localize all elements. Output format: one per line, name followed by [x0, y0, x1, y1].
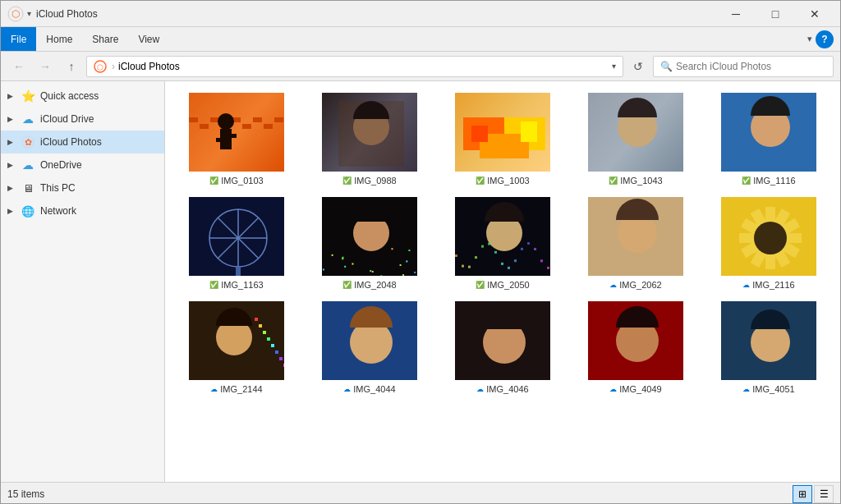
photo-thumbnail: [588, 197, 685, 277]
sidebar-label: Quick access: [40, 90, 99, 102]
path-dropdown[interactable]: ▾: [612, 62, 616, 71]
content-area: ✅IMG_0103✅IMG_0988✅IMG_1003✅IMG_1043✅IMG…: [165, 81, 840, 482]
expand-icon: ▶: [7, 161, 21, 169]
photo-item[interactable]: ☁IMG_4049: [574, 300, 697, 394]
expand-icon: ▶: [7, 207, 21, 215]
photo-grid: ✅IMG_0103✅IMG_0988✅IMG_1003✅IMG_1043✅IMG…: [175, 91, 830, 394]
photo-thumbnail: [189, 197, 286, 277]
photo-name: IMG_2116: [752, 280, 794, 290]
path-separator: ›: [112, 61, 115, 72]
photo-thumbnail: [721, 301, 818, 382]
expand-icon: ▶: [7, 138, 21, 146]
menu-view[interactable]: View: [128, 27, 169, 51]
sidebar-item-this-pc[interactable]: ▶ 🖥 This PC: [1, 176, 164, 199]
sidebar-label: iCloud Drive: [40, 113, 94, 125]
main-layout: ▶ ⭐ Quick access ▶ ☁ iCloud Drive ▶ ✿ iC…: [1, 81, 840, 482]
photo-item[interactable]: ☁IMG_2062: [574, 195, 697, 290]
minimize-button[interactable]: ─: [717, 1, 755, 27]
app-icon: ⬡: [7, 6, 24, 22]
photo-name: IMG_1116: [753, 176, 795, 186]
photo-item[interactable]: ✅IMG_1116: [707, 91, 830, 186]
menu-file[interactable]: File: [1, 27, 36, 51]
photo-thumbnail: [322, 301, 419, 382]
refresh-button[interactable]: ↺: [627, 55, 650, 78]
svg-text:⬡: ⬡: [97, 63, 103, 71]
menu-expand[interactable]: ▾: [807, 34, 812, 44]
item-count: 15 items: [7, 488, 44, 500]
photo-thumbnail: [189, 93, 286, 173]
svg-text:✿: ✿: [25, 137, 32, 147]
onedrive-icon: ☁: [21, 158, 35, 172]
sidebar-item-quick-access[interactable]: ▶ ⭐ Quick access: [1, 85, 164, 108]
address-bar: ← → ↑ ⬡ › iCloud Photos ▾ ↺ 🔍: [1, 52, 840, 81]
photo-item[interactable]: ✅IMG_1043: [574, 91, 697, 186]
sidebar-item-network[interactable]: ▶ 🌐 Network: [1, 199, 164, 222]
list-view-button[interactable]: ☰: [814, 485, 834, 503]
photo-name: IMG_2144: [220, 384, 262, 394]
photo-item[interactable]: ✅IMG_0988: [308, 91, 431, 186]
photo-name: IMG_0988: [354, 176, 396, 186]
sidebar-item-icloud-drive[interactable]: ▶ ☁ iCloud Drive: [1, 108, 164, 131]
photo-name: IMG_4051: [752, 384, 794, 394]
cloud-drive-icon: ☁: [21, 112, 35, 126]
photo-thumbnail: [721, 93, 818, 173]
photo-item[interactable]: ✅IMG_2050: [441, 195, 564, 290]
photo-thumbnail: [588, 301, 685, 382]
photo-item[interactable]: ✅IMG_1163: [175, 195, 298, 290]
network-icon: 🌐: [21, 204, 35, 218]
search-icon: 🔍: [660, 61, 673, 72]
address-path[interactable]: ⬡ › iCloud Photos ▾: [86, 56, 623, 77]
sidebar-item-onedrive[interactable]: ▶ ☁ OneDrive: [1, 153, 164, 176]
close-button[interactable]: ✕: [796, 1, 834, 27]
photo-thumbnail: [189, 301, 286, 382]
photo-item[interactable]: ✅IMG_0103: [175, 91, 298, 186]
forward-button[interactable]: →: [34, 55, 57, 78]
title-bar: ⬡ ▾ iCloud Photos ─ □ ✕: [1, 1, 840, 27]
photo-thumbnail: [322, 93, 419, 173]
pc-icon: 🖥: [21, 181, 35, 195]
photo-name: IMG_2048: [354, 280, 396, 290]
photo-name: IMG_2050: [487, 280, 529, 290]
grid-view-button[interactable]: ⊞: [793, 485, 812, 503]
menu-share[interactable]: Share: [82, 27, 128, 51]
photo-item[interactable]: ✅IMG_2048: [308, 195, 431, 290]
view-controls: ⊞ ☰: [793, 485, 834, 503]
photo-name: IMG_4046: [486, 384, 528, 394]
photo-name: IMG_1043: [620, 176, 662, 186]
photo-name: IMG_4049: [619, 384, 661, 394]
up-button[interactable]: ↑: [60, 55, 83, 78]
photo-name: IMG_4044: [353, 384, 395, 394]
photo-thumbnail: [455, 197, 552, 277]
photo-item[interactable]: ☁IMG_4044: [308, 300, 431, 394]
photo-thumbnail: [455, 301, 552, 382]
photo-item[interactable]: ☁IMG_4051: [707, 300, 830, 394]
title-dropdown[interactable]: ▾: [27, 9, 31, 18]
expand-icon: ▶: [7, 115, 21, 123]
photo-item[interactable]: ☁IMG_4046: [441, 300, 564, 394]
window-title: iCloud Photos: [36, 8, 717, 20]
expand-icon: ▶: [7, 92, 21, 100]
photo-thumbnail: [721, 197, 818, 277]
search-input[interactable]: [676, 61, 826, 72]
photo-name: IMG_0103: [221, 176, 263, 186]
photo-item[interactable]: ☁IMG_2116: [707, 195, 830, 290]
sidebar-item-icloud-photos[interactable]: ▶ ✿ iCloud Photos: [1, 131, 164, 153]
back-button[interactable]: ←: [7, 55, 30, 78]
menu-bar: File Home Share View ▾ ?: [1, 27, 840, 52]
photo-item[interactable]: ☁IMG_2144: [175, 300, 298, 394]
photo-name: IMG_1003: [487, 176, 529, 186]
photo-item[interactable]: ✅IMG_1003: [441, 91, 564, 186]
photo-thumbnail: [322, 197, 419, 277]
search-box[interactable]: 🔍: [653, 56, 834, 77]
path-text: iCloud Photos: [118, 61, 612, 72]
sidebar-label: This PC: [40, 182, 76, 194]
photo-thumbnail: [455, 93, 552, 173]
svg-text:⬡: ⬡: [11, 8, 20, 20]
maximize-button[interactable]: □: [756, 1, 794, 27]
path-icon: ⬡: [94, 60, 107, 73]
sidebar-label: OneDrive: [40, 159, 82, 171]
menu-home[interactable]: Home: [36, 27, 82, 51]
status-bar: 15 items ⊞ ☰: [1, 482, 840, 504]
help-button[interactable]: ?: [816, 30, 834, 48]
photo-thumbnail: [588, 93, 685, 173]
